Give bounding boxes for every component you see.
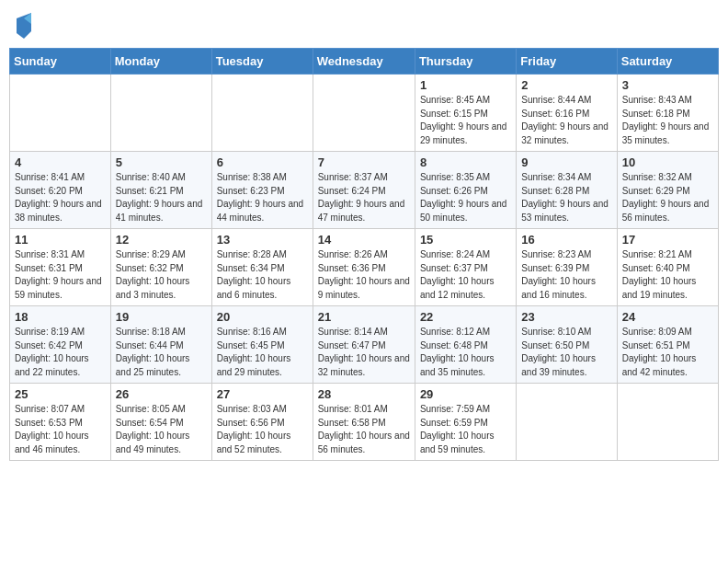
day-number: 13: [217, 233, 308, 247]
calendar-cell: 22Sunrise: 8:12 AM Sunset: 6:48 PM Dayli…: [415, 306, 516, 384]
calendar-cell: 16Sunrise: 8:23 AM Sunset: 6:39 PM Dayli…: [517, 229, 617, 306]
calendar-week-row: 18Sunrise: 8:19 AM Sunset: 6:42 PM Dayli…: [10, 306, 719, 384]
day-info: Sunrise: 8:16 AM Sunset: 6:45 PM Dayligh…: [217, 326, 308, 379]
day-number: 12: [116, 233, 207, 247]
day-number: 8: [420, 155, 511, 169]
day-of-week-header: Friday: [517, 49, 617, 75]
day-info: Sunrise: 7:59 AM Sunset: 6:59 PM Dayligh…: [420, 403, 511, 456]
calendar-cell: 4Sunrise: 8:41 AM Sunset: 6:20 PM Daylig…: [10, 152, 111, 229]
calendar-cell: [313, 75, 415, 152]
calendar-cell: 14Sunrise: 8:26 AM Sunset: 6:36 PM Dayli…: [313, 229, 415, 306]
calendar-cell: 7Sunrise: 8:37 AM Sunset: 6:24 PM Daylig…: [313, 152, 415, 229]
day-number: 9: [521, 155, 611, 169]
calendar-cell: 10Sunrise: 8:32 AM Sunset: 6:29 PM Dayli…: [617, 152, 718, 229]
day-number: 26: [116, 387, 207, 401]
calendar-week-row: 4Sunrise: 8:41 AM Sunset: 6:20 PM Daylig…: [10, 152, 719, 229]
calendar-cell: 24Sunrise: 8:09 AM Sunset: 6:51 PM Dayli…: [617, 306, 718, 384]
calendar-cell: 28Sunrise: 8:01 AM Sunset: 6:58 PM Dayli…: [313, 384, 415, 461]
calendar-cell: [517, 384, 617, 461]
day-number: 29: [420, 387, 511, 401]
day-number: 19: [116, 310, 207, 324]
day-info: Sunrise: 8:31 AM Sunset: 6:31 PM Dayligh…: [15, 248, 106, 302]
day-info: Sunrise: 8:07 AM Sunset: 6:53 PM Dayligh…: [15, 403, 106, 456]
calendar-cell: 26Sunrise: 8:05 AM Sunset: 6:54 PM Dayli…: [110, 384, 211, 461]
day-info: Sunrise: 8:45 AM Sunset: 6:15 PM Dayligh…: [420, 94, 511, 147]
calendar-cell: 20Sunrise: 8:16 AM Sunset: 6:45 PM Dayli…: [211, 306, 313, 384]
calendar-cell: [211, 75, 313, 152]
day-info: Sunrise: 8:38 AM Sunset: 6:23 PM Dayligh…: [217, 171, 308, 224]
logo: [13, 13, 33, 40]
logo-icon: [15, 13, 33, 40]
day-number: 3: [622, 78, 713, 92]
day-number: 23: [521, 310, 611, 324]
day-number: 4: [15, 155, 106, 169]
day-info: Sunrise: 8:10 AM Sunset: 6:50 PM Dayligh…: [521, 326, 611, 379]
day-info: Sunrise: 8:19 AM Sunset: 6:42 PM Dayligh…: [15, 326, 106, 379]
day-info: Sunrise: 8:40 AM Sunset: 6:21 PM Dayligh…: [116, 171, 207, 224]
calendar-cell: 9Sunrise: 8:34 AM Sunset: 6:28 PM Daylig…: [517, 152, 617, 229]
calendar-cell: [110, 75, 211, 152]
day-info: Sunrise: 8:18 AM Sunset: 6:44 PM Dayligh…: [116, 326, 207, 379]
calendar-cell: 2Sunrise: 8:44 AM Sunset: 6:16 PM Daylig…: [517, 75, 617, 152]
day-number: 2: [521, 78, 611, 92]
day-info: Sunrise: 8:05 AM Sunset: 6:54 PM Dayligh…: [116, 403, 207, 456]
page-header: [9, 9, 719, 40]
day-number: 5: [116, 155, 207, 169]
day-number: 27: [217, 387, 308, 401]
day-number: 22: [420, 310, 511, 324]
calendar-table: SundayMondayTuesdayWednesdayThursdayFrid…: [9, 48, 719, 461]
day-of-week-header: Saturday: [617, 49, 718, 75]
day-of-week-header: Wednesday: [313, 49, 415, 75]
day-of-week-header: Thursday: [415, 49, 516, 75]
day-info: Sunrise: 8:03 AM Sunset: 6:56 PM Dayligh…: [217, 403, 308, 456]
day-info: Sunrise: 8:43 AM Sunset: 6:18 PM Dayligh…: [622, 94, 713, 147]
day-info: Sunrise: 8:29 AM Sunset: 6:32 PM Dayligh…: [116, 248, 207, 302]
calendar-cell: [10, 75, 111, 152]
day-number: 25: [15, 387, 106, 401]
calendar-cell: 12Sunrise: 8:29 AM Sunset: 6:32 PM Dayli…: [110, 229, 211, 306]
calendar-cell: [617, 384, 718, 461]
day-info: Sunrise: 8:26 AM Sunset: 6:36 PM Dayligh…: [318, 248, 410, 302]
calendar-cell: 1Sunrise: 8:45 AM Sunset: 6:15 PM Daylig…: [415, 75, 516, 152]
day-number: 15: [420, 233, 511, 247]
day-info: Sunrise: 8:35 AM Sunset: 6:26 PM Dayligh…: [420, 171, 511, 224]
day-number: 28: [318, 387, 410, 401]
day-number: 17: [622, 233, 713, 247]
day-of-week-header: Tuesday: [211, 49, 313, 75]
calendar-cell: 5Sunrise: 8:40 AM Sunset: 6:21 PM Daylig…: [110, 152, 211, 229]
day-number: 16: [521, 233, 611, 247]
day-of-week-header: Sunday: [10, 49, 111, 75]
day-info: Sunrise: 8:23 AM Sunset: 6:39 PM Dayligh…: [521, 248, 611, 302]
day-number: 10: [622, 155, 713, 169]
calendar-cell: 21Sunrise: 8:14 AM Sunset: 6:47 PM Dayli…: [313, 306, 415, 384]
calendar-cell: 11Sunrise: 8:31 AM Sunset: 6:31 PM Dayli…: [10, 229, 111, 306]
calendar-cell: 29Sunrise: 7:59 AM Sunset: 6:59 PM Dayli…: [415, 384, 516, 461]
calendar-cell: 18Sunrise: 8:19 AM Sunset: 6:42 PM Dayli…: [10, 306, 111, 384]
day-number: 24: [622, 310, 713, 324]
day-number: 20: [217, 310, 308, 324]
day-info: Sunrise: 8:24 AM Sunset: 6:37 PM Dayligh…: [420, 248, 511, 302]
day-number: 7: [318, 155, 410, 169]
calendar-cell: 23Sunrise: 8:10 AM Sunset: 6:50 PM Dayli…: [517, 306, 617, 384]
day-info: Sunrise: 8:41 AM Sunset: 6:20 PM Dayligh…: [15, 171, 106, 224]
day-info: Sunrise: 8:01 AM Sunset: 6:58 PM Dayligh…: [318, 403, 410, 456]
day-of-week-header: Monday: [110, 49, 211, 75]
day-info: Sunrise: 8:12 AM Sunset: 6:48 PM Dayligh…: [420, 326, 511, 379]
calendar-header-row: SundayMondayTuesdayWednesdayThursdayFrid…: [10, 49, 719, 75]
day-info: Sunrise: 8:34 AM Sunset: 6:28 PM Dayligh…: [521, 171, 611, 224]
calendar-week-row: 1Sunrise: 8:45 AM Sunset: 6:15 PM Daylig…: [10, 75, 719, 152]
calendar-week-row: 11Sunrise: 8:31 AM Sunset: 6:31 PM Dayli…: [10, 229, 719, 306]
calendar-cell: 6Sunrise: 8:38 AM Sunset: 6:23 PM Daylig…: [211, 152, 313, 229]
calendar-cell: 25Sunrise: 8:07 AM Sunset: 6:53 PM Dayli…: [10, 384, 111, 461]
calendar-cell: 19Sunrise: 8:18 AM Sunset: 6:44 PM Dayli…: [110, 306, 211, 384]
day-number: 18: [15, 310, 106, 324]
day-info: Sunrise: 8:28 AM Sunset: 6:34 PM Dayligh…: [217, 248, 308, 302]
day-number: 1: [420, 78, 511, 92]
calendar-cell: 8Sunrise: 8:35 AM Sunset: 6:26 PM Daylig…: [415, 152, 516, 229]
day-info: Sunrise: 8:37 AM Sunset: 6:24 PM Dayligh…: [318, 171, 410, 224]
calendar-cell: 13Sunrise: 8:28 AM Sunset: 6:34 PM Dayli…: [211, 229, 313, 306]
day-info: Sunrise: 8:14 AM Sunset: 6:47 PM Dayligh…: [318, 326, 410, 379]
calendar-cell: 17Sunrise: 8:21 AM Sunset: 6:40 PM Dayli…: [617, 229, 718, 306]
calendar-cell: 3Sunrise: 8:43 AM Sunset: 6:18 PM Daylig…: [617, 75, 718, 152]
day-number: 11: [15, 233, 106, 247]
